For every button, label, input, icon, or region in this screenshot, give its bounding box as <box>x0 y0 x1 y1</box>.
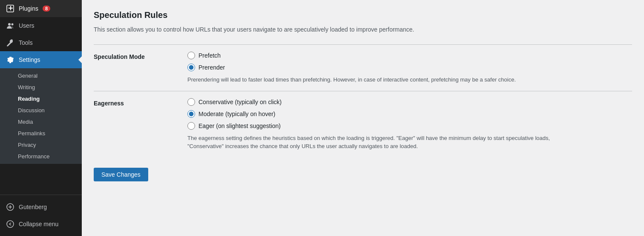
save-area: Save Changes <box>94 164 632 181</box>
sidebar-item-label: Collapse menu <box>19 221 58 227</box>
sidebar-item-label: Users <box>19 22 34 29</box>
prerender-radio[interactable] <box>187 64 195 71</box>
conservative-radio[interactable] <box>187 98 195 106</box>
conservative-option[interactable]: Conservative (typically on click) <box>187 98 632 106</box>
moderate-label: Moderate (typically on hover) <box>198 111 276 117</box>
main-content: Speculation Rules This section allows yo… <box>82 0 644 236</box>
eager-radio[interactable] <box>187 122 195 130</box>
speculation-mode-row: Speculation Mode Prefetch Prerender Prer… <box>94 44 632 91</box>
sidebar-item-label: Tools <box>19 39 33 46</box>
sidebar-item-writing[interactable]: Writing <box>0 82 82 93</box>
sidebar-item-media[interactable]: Media <box>0 116 82 128</box>
prefetch-option[interactable]: Prefetch <box>187 52 632 59</box>
sidebar-item-label: Plugins <box>19 5 38 12</box>
settings-icon <box>6 55 14 64</box>
settings-submenu: General Writing Reading Discussion Media… <box>0 68 82 164</box>
moderate-option[interactable]: Moderate (typically on hover) <box>187 110 632 118</box>
sidebar-item-users[interactable]: Users <box>0 17 82 34</box>
sidebar: Plugins 8 Users Tools Settings General W… <box>0 0 82 236</box>
plugins-icon <box>6 4 14 13</box>
eagerness-options: Conservative (typically on click) Modera… <box>187 98 632 151</box>
sidebar-item-label: Gutenberg <box>19 204 47 210</box>
eagerness-row: Eagerness Conservative (typically on cli… <box>94 91 632 157</box>
prerender-option[interactable]: Prerender <box>187 64 632 71</box>
sidebar-item-performance[interactable]: Performance <box>0 151 82 162</box>
section-description: This section allows you to control how U… <box>94 25 632 34</box>
sidebar-item-privacy[interactable]: Privacy <box>0 139 82 151</box>
sidebar-bottom: Gutenberg Collapse menu <box>0 195 82 236</box>
moderate-radio[interactable] <box>187 110 195 118</box>
plugins-badge: 8 <box>43 6 50 12</box>
sidebar-item-settings[interactable]: Settings <box>0 51 82 68</box>
speculation-mode-options: Prefetch Prerender Prerendering will lea… <box>187 52 632 84</box>
save-button[interactable]: Save Changes <box>94 168 148 181</box>
svg-point-2 <box>12 23 14 26</box>
sidebar-item-collapse[interactable]: Collapse menu <box>0 216 82 233</box>
gutenberg-icon <box>6 203 14 211</box>
sidebar-item-plugins[interactable]: Plugins 8 <box>0 0 82 17</box>
sidebar-item-reading[interactable]: Reading <box>0 93 82 105</box>
sidebar-item-general[interactable]: General <box>0 70 82 82</box>
users-icon <box>6 21 14 30</box>
collapse-icon <box>6 220 14 228</box>
eagerness-help: The eagerness setting defines the heuris… <box>187 134 571 151</box>
sidebar-item-gutenberg[interactable]: Gutenberg <box>0 198 82 216</box>
eager-option[interactable]: Eager (on slightest suggestion) <box>187 122 632 130</box>
eager-label: Eager (on slightest suggestion) <box>198 122 281 129</box>
sidebar-item-label: Settings <box>19 56 40 63</box>
sidebar-arrow-icon <box>78 56 82 63</box>
page-title: Speculation Rules <box>94 10 632 20</box>
eagerness-label: Eagerness <box>94 98 187 107</box>
sidebar-item-tools[interactable]: Tools <box>0 34 82 51</box>
tools-icon <box>6 38 14 47</box>
speculation-mode-help: Prerendering will lead to faster load ti… <box>187 76 571 84</box>
svg-point-4 <box>7 221 14 227</box>
prefetch-radio[interactable] <box>187 52 195 59</box>
prefetch-label: Prefetch <box>198 52 221 59</box>
sidebar-item-discussion[interactable]: Discussion <box>0 105 82 116</box>
conservative-label: Conservative (typically on click) <box>198 99 282 105</box>
sidebar-item-permalinks[interactable]: Permalinks <box>0 128 82 139</box>
svg-point-1 <box>8 23 11 26</box>
speculation-mode-label: Speculation Mode <box>94 52 187 60</box>
prerender-label: Prerender <box>198 64 225 71</box>
